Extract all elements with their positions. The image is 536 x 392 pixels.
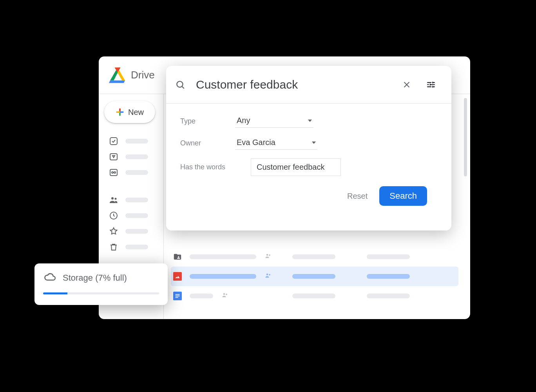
type-dropdown[interactable]: Any bbox=[235, 114, 313, 128]
scrollbar[interactable] bbox=[464, 98, 467, 176]
new-button-label: New bbox=[128, 108, 144, 117]
sidebar-item-trash[interactable] bbox=[109, 239, 148, 255]
sidebar-secondary-nav bbox=[109, 192, 148, 255]
skeleton-name bbox=[190, 274, 256, 279]
docs-file-icon bbox=[173, 292, 182, 300]
file-row-selected[interactable] bbox=[171, 267, 458, 286]
svg-point-14 bbox=[269, 254, 270, 256]
type-label: Type bbox=[180, 117, 235, 125]
clock-icon bbox=[109, 211, 118, 220]
shared-icon bbox=[264, 252, 273, 261]
filter-row-type: Type Any bbox=[180, 114, 437, 128]
skeleton-label bbox=[125, 170, 148, 175]
drive-outline-icon bbox=[109, 152, 118, 162]
skeleton-owner bbox=[292, 254, 335, 259]
people-icon bbox=[109, 195, 118, 205]
filter-actions: Reset Search bbox=[180, 185, 437, 206]
reset-button[interactable]: Reset bbox=[347, 192, 368, 201]
svg-point-23 bbox=[226, 294, 227, 295]
words-input[interactable] bbox=[251, 158, 341, 176]
skeleton-name bbox=[190, 254, 256, 259]
new-button[interactable]: New bbox=[104, 101, 155, 123]
svg-rect-20 bbox=[176, 296, 180, 296]
svg-rect-4 bbox=[110, 138, 117, 145]
app-title: Drive bbox=[131, 69, 155, 81]
sidebar-item-recent[interactable] bbox=[109, 208, 148, 223]
storage-progress-fill bbox=[43, 292, 67, 294]
svg-point-7 bbox=[112, 172, 113, 173]
chevron-down-icon bbox=[312, 142, 316, 144]
skeleton-owner bbox=[292, 294, 335, 298]
svg-rect-3 bbox=[116, 111, 120, 113]
skeleton-date bbox=[367, 294, 410, 298]
search-options-icon[interactable] bbox=[422, 76, 440, 93]
check-square-icon bbox=[109, 136, 118, 146]
skeleton-label bbox=[125, 213, 148, 218]
svg-rect-15 bbox=[173, 272, 182, 281]
svg-point-13 bbox=[266, 254, 268, 256]
skeleton-label bbox=[125, 245, 148, 249]
file-row[interactable] bbox=[171, 247, 458, 267]
owner-dropdown[interactable]: Eva Garcia bbox=[235, 136, 317, 150]
file-list bbox=[171, 247, 458, 306]
storage-header: Storage (7% full) bbox=[43, 271, 159, 285]
svg-point-12 bbox=[178, 256, 179, 257]
search-icon[interactable] bbox=[172, 76, 189, 93]
storage-label: Storage (7% full) bbox=[63, 273, 127, 283]
cloud-icon bbox=[43, 271, 56, 285]
svg-rect-5 bbox=[110, 154, 117, 160]
plus-icon bbox=[116, 108, 124, 116]
shared-icon bbox=[221, 292, 230, 300]
filter-row-words: Has the words bbox=[180, 158, 437, 176]
sidebar-item-mydrive[interactable] bbox=[109, 149, 148, 165]
owner-label: Owner bbox=[180, 139, 235, 147]
storage-card[interactable]: Storage (7% full) bbox=[34, 263, 168, 305]
svg-point-16 bbox=[266, 274, 268, 276]
drive-logo-icon bbox=[109, 67, 126, 83]
sidebar-item-starred[interactable] bbox=[109, 223, 148, 239]
star-icon bbox=[109, 227, 118, 236]
skeleton-label bbox=[125, 139, 148, 143]
owner-value: Eva Garcia bbox=[237, 138, 275, 147]
svg-point-10 bbox=[115, 198, 117, 200]
folder-shared-icon bbox=[173, 252, 182, 261]
sidebar-item-shareddrives[interactable] bbox=[109, 165, 148, 180]
skeleton-date bbox=[367, 254, 410, 259]
words-label: Has the words bbox=[180, 163, 251, 171]
search-bar bbox=[166, 66, 451, 103]
skeleton-label bbox=[125, 154, 148, 159]
clear-search-icon[interactable] bbox=[398, 76, 415, 93]
svg-point-9 bbox=[111, 197, 114, 200]
sidebar-item-shared[interactable] bbox=[109, 192, 148, 208]
trash-icon bbox=[109, 242, 118, 252]
svg-rect-19 bbox=[176, 294, 180, 295]
advanced-search-panel: Type Any Owner Eva Garcia Has the words … bbox=[166, 66, 451, 230]
image-file-icon bbox=[173, 272, 182, 281]
file-row[interactable] bbox=[171, 286, 458, 306]
skeleton-label bbox=[125, 198, 148, 202]
search-button[interactable]: Search bbox=[379, 186, 427, 206]
skeleton-name bbox=[190, 294, 213, 298]
filter-row-owner: Owner Eva Garcia bbox=[180, 136, 437, 150]
sidebar-item-priority[interactable] bbox=[109, 133, 148, 149]
skeleton-label bbox=[125, 229, 148, 234]
type-value: Any bbox=[237, 116, 250, 125]
svg-rect-21 bbox=[176, 297, 178, 298]
shared-icon bbox=[264, 272, 273, 281]
skeleton-date bbox=[367, 274, 410, 279]
svg-point-22 bbox=[223, 293, 225, 295]
sidebar-primary-nav bbox=[109, 133, 148, 180]
shared-drives-icon bbox=[109, 168, 118, 177]
storage-progress-bar bbox=[43, 292, 159, 294]
svg-point-8 bbox=[114, 172, 116, 173]
svg-point-17 bbox=[269, 274, 270, 276]
skeleton-owner bbox=[292, 274, 335, 279]
svg-point-24 bbox=[177, 81, 183, 87]
search-input[interactable] bbox=[196, 78, 391, 91]
chevron-down-icon bbox=[308, 120, 312, 122]
search-filter-form: Type Any Owner Eva Garcia Has the words … bbox=[166, 103, 451, 214]
